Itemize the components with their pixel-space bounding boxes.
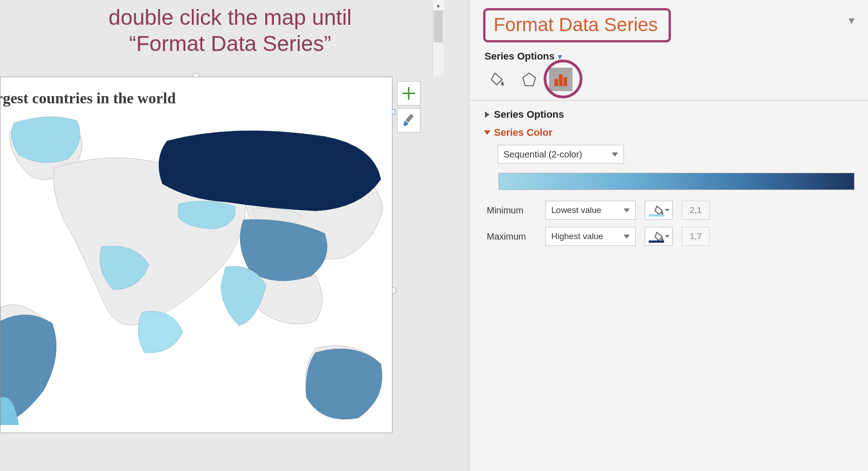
instruction-line-2: “Format Data Series” [68,31,392,57]
series-options-tab[interactable] [549,68,573,91]
chart-add-element-button[interactable] [397,81,420,106]
minimum-label: Minimum [487,205,536,216]
series-options-dropdown-label: Series Options [485,51,554,62]
map-chart[interactable]: e largest countries in the world [0,77,392,433]
pentagon-icon [520,70,538,88]
pane-title-highlight: Format Data Series [483,8,671,42]
svg-rect-4 [554,79,558,86]
color-mode-dropdown[interactable]: Sequential (2-color) [498,145,624,164]
maximum-row: Maximum Highest value 1,7 [487,227,854,246]
chart-side-buttons [397,81,420,133]
minimum-mode-dropdown[interactable]: Lowest value [545,201,636,220]
maximum-mode-dropdown[interactable]: Highest value [545,227,636,246]
effects-tab[interactable] [517,68,541,91]
series-options-section-label: Series Options [494,109,564,120]
chart-title: e largest countries in the world [0,77,392,111]
color-mode-value: Sequential (2-color) [503,149,582,160]
minimum-row: Minimum Lowest value 2,1 [487,201,854,220]
format-data-series-pane: ▾ Format Data Series Series Options ▾ [469,0,868,471]
triangle-down-icon [484,130,490,135]
chevron-down-icon [665,235,669,238]
chevron-down-icon [623,235,630,239]
plus-icon [401,86,416,101]
chevron-down-icon [665,209,669,212]
bar-chart-icon [552,71,569,88]
map-area[interactable] [0,111,392,432]
minimum-mode-value: Lowest value [551,205,601,215]
pane-options-dropdown[interactable]: ▾ [849,14,854,28]
vertical-scrollbar[interactable]: ▲ [432,0,444,77]
pane-divider [470,100,868,101]
fill-color-icon [653,231,664,241]
series-color-section-label: Series Color [494,127,553,139]
chevron-down-icon: ▾ [558,52,562,61]
format-category-icons [486,68,854,91]
series-color-section[interactable]: Series Color [485,127,854,139]
instruction-text: double click the map until “Format Data … [68,5,392,56]
min-color-swatch [649,214,664,217]
paint-bucket-icon [489,70,507,88]
scroll-up-arrow[interactable]: ▲ [433,0,444,11]
maximum-value-box[interactable]: 1,7 [682,227,710,246]
scroll-thumb[interactable] [434,11,443,42]
fill-color-icon [653,205,664,215]
pane-title: Format Data Series [494,14,658,36]
svg-rect-5 [559,74,563,86]
svg-marker-3 [523,73,536,86]
gradient-preview[interactable] [499,173,854,190]
minimum-color-picker[interactable] [645,201,673,220]
series-options-section[interactable]: Series Options [485,109,854,120]
instruction-line-1: double click the map until [68,5,392,31]
maximum-color-picker[interactable] [645,227,673,246]
maximum-mode-value: Highest value [551,231,603,241]
svg-rect-6 [563,77,567,86]
fill-line-tab[interactable] [486,68,509,91]
paintbrush-icon [402,113,416,128]
chart-styles-button[interactable] [397,108,420,133]
chevron-down-icon [612,152,618,157]
world-map-svg [0,111,392,432]
max-color-swatch [649,240,664,243]
triangle-right-icon [485,111,489,118]
maximum-label: Maximum [487,231,536,242]
chevron-down-icon [623,208,630,212]
minimum-value-box[interactable]: 2,1 [682,201,710,220]
chart-container[interactable]: e largest countries in the world [0,77,392,433]
series-options-dropdown[interactable]: Series Options ▾ [485,51,854,62]
